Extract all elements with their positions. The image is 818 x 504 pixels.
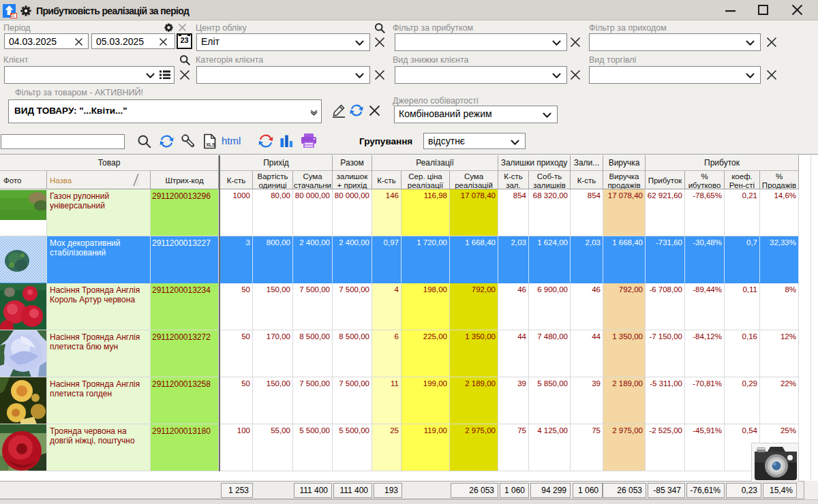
svg-text:XLS: XLS — [206, 142, 215, 148]
